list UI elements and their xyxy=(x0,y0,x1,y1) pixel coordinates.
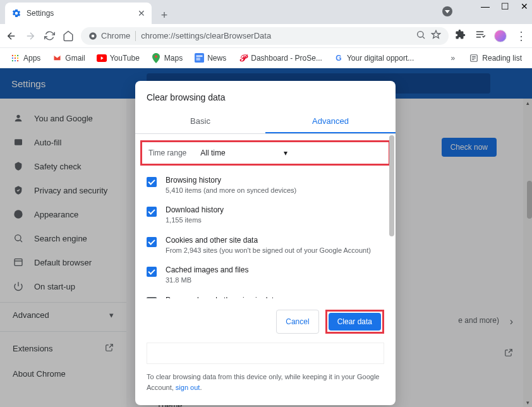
checkbox[interactable] xyxy=(147,297,157,298)
maps-bookmark[interactable]: Maps xyxy=(147,51,186,66)
svg-point-11 xyxy=(17,59,18,61)
check-item-subtitle: From 2,943 sites (you won't be signed ou… xyxy=(166,246,371,255)
zoom-search-icon[interactable] xyxy=(416,30,426,42)
profile-indicator-icon[interactable] xyxy=(442,6,452,16)
youtube-bookmark[interactable]: YouTube xyxy=(93,51,143,66)
chip-label: Chrome xyxy=(101,31,130,40)
gmail-bookmark[interactable]: Gmail xyxy=(48,51,88,66)
checkbox[interactable] xyxy=(147,237,157,247)
svg-point-4 xyxy=(15,54,16,56)
checkbox[interactable] xyxy=(147,177,157,187)
back-button[interactable] xyxy=(5,30,18,42)
omnibox[interactable]: Chrome chrome://settings/clearBrowserDat… xyxy=(81,27,449,45)
cancel-button[interactable]: Cancel xyxy=(276,310,318,334)
svg-point-9 xyxy=(12,59,13,61)
pinterest-bookmark[interactable]: 𝒫Dashboard - ProSe... xyxy=(234,51,326,66)
pinterest-icon: 𝒫 xyxy=(238,53,248,63)
close-window-button[interactable]: ✕ xyxy=(521,1,528,11)
gmail-icon xyxy=(52,53,62,63)
forward-button[interactable] xyxy=(24,30,37,42)
apps-grid-icon xyxy=(10,53,20,63)
check-item: Passwords and other sign-in data157 pass… xyxy=(135,291,396,298)
check-item-subtitle: 5,410 items (and more on synced devices) xyxy=(166,186,296,195)
check-item-text: Cached images and files31.8 MB xyxy=(166,265,248,285)
overflow-chevron-icon[interactable]: » xyxy=(451,54,456,63)
extensions-icon[interactable] xyxy=(455,29,466,42)
dialog-tabs: Basic Advanced xyxy=(135,110,396,134)
check-item-title: Download history xyxy=(166,205,224,214)
checkbox[interactable] xyxy=(147,207,157,217)
dialog-title: Clear browsing data xyxy=(135,81,396,110)
check-item-title: Browsing history xyxy=(166,176,296,185)
news-bookmark[interactable]: News xyxy=(190,51,230,66)
footnote-post: . xyxy=(200,384,202,391)
svg-point-13 xyxy=(155,55,157,58)
check-item-text: Passwords and other sign-in data157 pass… xyxy=(166,296,384,298)
youtube-icon xyxy=(97,53,107,63)
tab-advanced[interactable]: Advanced xyxy=(265,110,396,133)
dialog-scroll-thumb[interactable] xyxy=(389,135,394,236)
time-range-label: Time range xyxy=(148,149,186,157)
svg-point-2 xyxy=(418,32,423,37)
check-item-text: Download history1,155 items xyxy=(166,205,224,225)
placeholder-box xyxy=(147,343,384,364)
minimize-button[interactable]: — xyxy=(481,1,490,11)
time-range-value: All time xyxy=(200,149,225,157)
check-item-title: Passwords and other sign-in data xyxy=(166,296,384,298)
news-icon xyxy=(194,53,204,63)
tab-basic[interactable]: Basic xyxy=(135,110,265,133)
home-button[interactable] xyxy=(62,30,75,42)
checkbox[interactable] xyxy=(147,267,157,277)
svg-point-1 xyxy=(92,34,95,37)
check-item: Cached images and files31.8 MB xyxy=(135,260,396,290)
titlebar: Settings ✕ + — ☐ ✕ xyxy=(0,0,532,24)
check-item: Browsing history5,410 items (and more on… xyxy=(135,171,396,200)
profile-avatar[interactable] xyxy=(494,30,507,42)
reload-button[interactable] xyxy=(43,30,56,42)
svg-rect-17 xyxy=(196,59,200,60)
clear-data-highlight: Clear data xyxy=(325,310,384,334)
check-item-title: Cached images and files xyxy=(166,265,248,274)
google-bookmark[interactable]: GYour digital opport... xyxy=(330,51,418,66)
reading-list-icon[interactable] xyxy=(475,29,485,42)
svg-point-7 xyxy=(15,57,16,58)
sign-out-link[interactable]: sign out xyxy=(176,384,200,391)
check-item-subtitle: 31.8 MB xyxy=(166,276,248,285)
menu-icon[interactable]: ⋮ xyxy=(516,29,527,43)
url-text: chrome://settings/clearBrowserData xyxy=(141,31,271,40)
check-item: Download history1,155 items xyxy=(135,200,396,230)
clear-data-button[interactable]: Clear data xyxy=(329,313,381,331)
check-item-title: Cookies and other site data xyxy=(166,236,371,245)
settings-gear-icon xyxy=(11,8,21,18)
check-item: Cookies and other site dataFrom 2,943 si… xyxy=(135,231,396,260)
clear-browsing-data-dialog: Clear browsing data Basic Advanced Time … xyxy=(135,81,396,405)
tab-close-icon[interactable]: ✕ xyxy=(138,8,145,18)
dialog-footnote: To clear browsing data from this device … xyxy=(135,364,396,395)
toolbar-actions: ⋮ xyxy=(455,29,527,43)
bookmarks-bar: Apps Gmail YouTube Maps News 𝒫Dashboard … xyxy=(0,48,532,68)
reading-list-button[interactable]: Reading list xyxy=(465,51,526,66)
svg-point-10 xyxy=(15,59,16,61)
dialog-actions: Cancel Clear data xyxy=(135,298,396,337)
time-range-row: Time range All time ▾ xyxy=(140,140,390,166)
reading-list-icon xyxy=(469,53,479,63)
svg-rect-16 xyxy=(196,58,200,59)
maps-pin-icon xyxy=(151,53,161,63)
svg-point-8 xyxy=(17,57,18,58)
svg-point-6 xyxy=(12,57,13,58)
dropdown-caret-icon: ▾ xyxy=(284,149,287,157)
time-range-select[interactable]: All time ▾ xyxy=(196,146,291,160)
bookmark-star-icon[interactable] xyxy=(431,30,441,42)
svg-point-3 xyxy=(12,54,13,56)
site-info-chip[interactable]: Chrome xyxy=(88,31,130,40)
svg-point-5 xyxy=(17,54,18,56)
apps-shortcut[interactable]: Apps xyxy=(6,51,44,66)
maximize-button[interactable]: ☐ xyxy=(501,1,509,11)
google-g-icon: G xyxy=(334,53,344,63)
dialog-body: Time range All time ▾ Browsing history5,… xyxy=(135,134,396,298)
svg-rect-15 xyxy=(196,56,202,57)
browser-tab[interactable]: Settings ✕ xyxy=(5,3,152,24)
window-controls: — ☐ ✕ xyxy=(481,1,528,11)
tab-title: Settings xyxy=(27,9,133,18)
new-tab-button[interactable]: + xyxy=(155,6,173,24)
